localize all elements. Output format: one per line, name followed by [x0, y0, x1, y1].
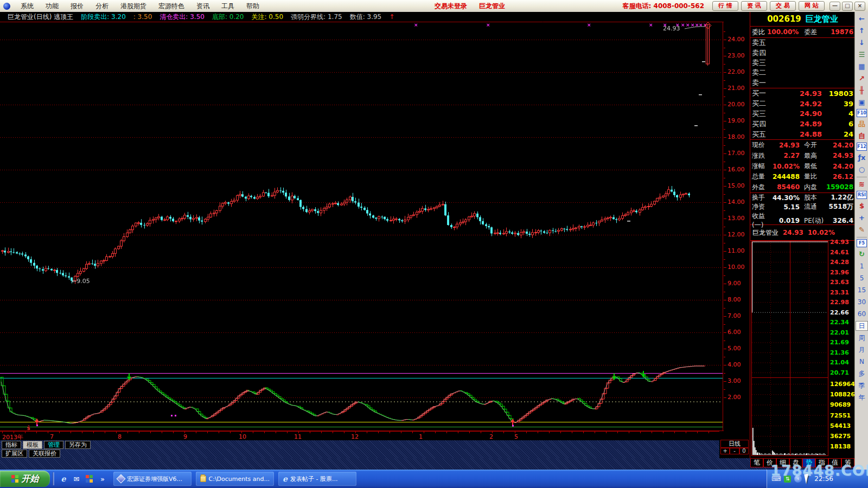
x-axis-tick	[572, 432, 572, 433]
period-button-月[interactable]: 月	[856, 345, 867, 355]
menu-item-分析[interactable]: 分析	[90, 1, 114, 12]
close-button[interactable]: ×	[854, 2, 865, 11]
minichart-canvas[interactable]	[751, 241, 828, 456]
indicator-param-bar: 巨龙管业(日线) 逃顶王阶段卖出: 3.20: 3.50清仓卖出: 3.50底部…	[0, 12, 868, 22]
titlebar-button-2[interactable]: 交 易	[770, 1, 796, 11]
buy-row[interactable]: 买五24.8824	[750, 129, 855, 139]
ie-quicklaunch-icon[interactable]: e	[59, 474, 68, 484]
tab-另存为[interactable]: 另存为	[65, 441, 91, 449]
main-kline-chart-canvas[interactable]	[0, 22, 724, 431]
y-axis-label: 16.00	[727, 166, 745, 173]
x-axis-month-label: 7	[50, 433, 54, 440]
param-item-3: 清仓卖出: 3.50	[159, 12, 205, 22]
menu-item-系统[interactable]: 系统	[15, 1, 40, 12]
buy-row[interactable]: 买四24.896	[750, 119, 855, 129]
menu-item-工具[interactable]: 工具	[215, 1, 240, 12]
chevron-expand-icon[interactable]: »	[98, 474, 107, 484]
circle-icon[interactable]: ○	[856, 164, 867, 175]
y-axis-tick	[724, 170, 726, 170]
sell-row[interactable]: 卖一	[750, 78, 855, 88]
report-list-icon[interactable]: ☰	[856, 49, 867, 60]
titlebar-button-1[interactable]: 资 讯	[741, 1, 767, 11]
titlebar-button-3[interactable]: 网 站	[799, 1, 825, 11]
stock-header[interactable]: 002619 巨龙管业	[750, 12, 855, 27]
weibi-label: 委比	[752, 28, 765, 37]
f5-icon[interactable]: F5	[857, 239, 867, 247]
minimize-button[interactable]: —	[829, 2, 840, 11]
x-axis-month-label: 8	[118, 433, 122, 440]
sell-row[interactable]: 卖二	[750, 68, 855, 78]
kline-icon[interactable]: ╫	[856, 85, 867, 95]
period-button-年[interactable]: 年	[856, 393, 867, 402]
zoom-reset-button[interactable]: 0	[739, 448, 749, 454]
menu-item-港股期货[interactable]: 港股期货	[114, 1, 152, 12]
pencil-icon[interactable]: ✎	[856, 224, 867, 235]
tab-关联报价[interactable]: 关联报价	[29, 450, 60, 458]
trend-line-icon[interactable]: ↗	[856, 73, 867, 84]
task-button-0[interactable]: 宏源证券增强版V6...	[113, 472, 192, 486]
sell-row[interactable]: 卖四	[750, 48, 855, 57]
menu-item-宏源特色[interactable]: 宏源特色	[152, 1, 190, 12]
zoom-buttons: +-0	[720, 448, 749, 454]
y-axis-tick	[724, 235, 726, 235]
period-button-5[interactable]: 5	[856, 273, 867, 283]
buy-row[interactable]: 买三24.904	[750, 109, 855, 119]
period-button-15[interactable]: 15	[856, 285, 867, 295]
wave-icon[interactable]: ≋	[856, 179, 867, 189]
custom-stock-icon[interactable]: 自	[856, 131, 867, 141]
media-quicklaunch-icon[interactable]	[85, 474, 94, 484]
f12-icon[interactable]: F12	[857, 143, 867, 151]
period-button-30[interactable]: 30	[856, 297, 867, 307]
period-button-1[interactable]: 1	[856, 261, 867, 271]
zoom-out-button[interactable]: -	[730, 448, 739, 454]
period-button-N[interactable]: N	[856, 357, 867, 367]
tab-管理[interactable]: 管理	[44, 441, 63, 449]
structure-icon[interactable]: 品	[856, 119, 867, 129]
tab-模板[interactable]: 模板	[23, 441, 42, 449]
formula-icon[interactable]: ƒx	[856, 152, 867, 163]
param-item-0: 巨龙管业(日线) 逃顶王	[8, 12, 73, 22]
x-axis-tick	[2, 432, 3, 433]
period-button-日[interactable]: 日	[856, 321, 868, 331]
tab-扩展区[interactable]: 扩展区	[2, 450, 27, 458]
zoom-in-button[interactable]: +	[720, 448, 730, 454]
minichart-price-label: 21.69	[830, 339, 849, 346]
menu-item-报价[interactable]: 报价	[65, 1, 90, 12]
rsi-icon[interactable]: RSI	[857, 191, 867, 199]
sell-row[interactable]: 卖五	[750, 38, 855, 48]
period-button-60[interactable]: 60	[856, 309, 867, 319]
menu-item-帮助[interactable]: 帮助	[240, 1, 265, 12]
minichart-price-label: 23.96	[830, 269, 849, 276]
sell-row[interactable]: 卖三	[750, 58, 855, 68]
up-arrow-icon[interactable]: ↑	[856, 25, 867, 36]
back-arrow-icon[interactable]: ←	[856, 14, 867, 24]
buy-row[interactable]: 买二24.9239	[750, 99, 855, 109]
menu-item-功能[interactable]: 功能	[40, 1, 65, 12]
quote-info-block-2: 换手44.30%股本1.22亿净资5.15流通5518万收益(一)0.019PE…	[750, 193, 855, 225]
minichart[interactable]: 24.9324.6124.2823.9623.6323.3122.9822.66…	[750, 241, 855, 456]
restore-button[interactable]: □	[842, 2, 853, 11]
down-arrow-icon[interactable]: ↓	[856, 37, 867, 48]
menu-item-资讯[interactable]: 资讯	[190, 1, 215, 12]
queue-price: 24.92	[775, 100, 822, 108]
task-button-1[interactable]: C:\Documents and...	[196, 472, 274, 486]
move-icon[interactable]: +	[856, 213, 867, 223]
period-button-周[interactable]: 周	[856, 333, 867, 343]
titlebar-button-0[interactable]: 行 情	[712, 1, 738, 11]
f10-icon[interactable]: F10	[857, 109, 867, 117]
buy-row[interactable]: 买一24.9319803	[750, 88, 855, 99]
mail-quicklaunch-icon[interactable]: ✉	[72, 474, 81, 484]
start-button[interactable]: 开始	[0, 471, 50, 487]
quote-table-icon[interactable]: ▦	[856, 61, 867, 72]
tick-tab-笔[interactable]: 笔	[750, 458, 763, 467]
period-button-多[interactable]: 多	[856, 369, 867, 378]
tab-指标[interactable]: 指标	[2, 441, 21, 449]
login-status[interactable]: 交易未登录	[435, 2, 467, 11]
money-icon[interactable]: $	[856, 201, 867, 211]
x-axis-tick	[162, 432, 162, 433]
info-label: PE(动)	[800, 216, 822, 226]
refresh-icon[interactable]: ↻	[856, 249, 867, 259]
multi-page-icon[interactable]: ▣	[856, 97, 867, 107]
task-button-2[interactable]: e发表帖子 - 股票...	[278, 472, 356, 486]
period-button-季[interactable]: 季	[856, 381, 867, 390]
